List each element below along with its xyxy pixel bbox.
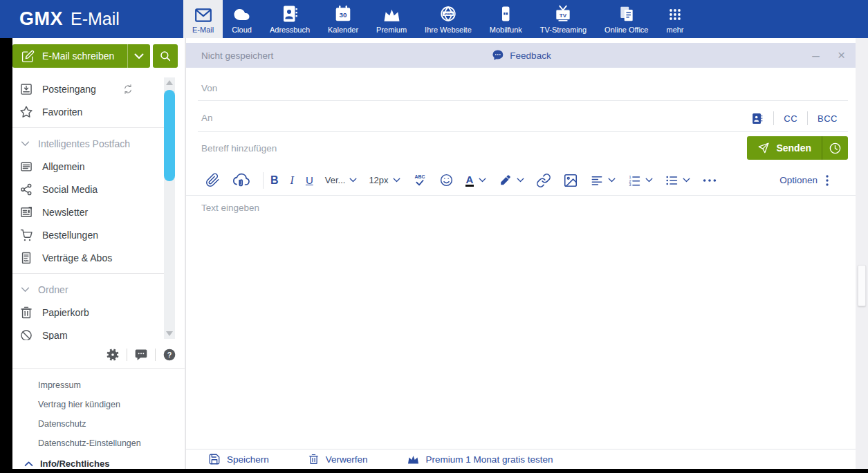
sidebar-item-allgemein[interactable]: Allgemein [12, 155, 185, 178]
tab-adressbuch[interactable]: Adressbuch [261, 0, 319, 38]
help-icon[interactable]: ? [163, 348, 176, 362]
trash-icon [308, 453, 320, 465]
sidebar-item-newsletter[interactable]: Newsletter [12, 201, 185, 223]
tab-tv-streaming[interactable]: TV TV-Streaming [531, 0, 595, 38]
font-color-button[interactable]: A [465, 174, 487, 187]
top-navigation-bar: GMX E-Mail E-Mail Cloud Adressbuch 30 Ka… [0, 0, 868, 38]
section-ordner[interactable]: Ordner [12, 278, 185, 301]
tab-online-office[interactable]: Online Office [595, 0, 657, 38]
spellcheck-icon[interactable]: ABC [412, 173, 427, 188]
feedback-button[interactable]: Feedback [491, 49, 551, 62]
message-body[interactable]: Text eingeben [201, 203, 259, 213]
contacts-icon [281, 4, 298, 23]
save-draft-button[interactable]: Speichern [208, 453, 269, 465]
chevron-down-icon [683, 178, 690, 183]
from-field[interactable]: Von [201, 78, 616, 99]
compose-footer: Speichern Verwerfen Premium 1 Monat grat… [186, 449, 856, 469]
tab-webseite[interactable]: .com Ihre Webseite [416, 0, 481, 38]
brand-product: E-Mail [71, 9, 120, 29]
bullet-list-button[interactable] [665, 174, 690, 187]
insert-image-icon[interactable] [563, 173, 578, 188]
ordered-list-button[interactable]: 123 [627, 174, 653, 187]
bcc-button[interactable]: BCC [818, 113, 838, 124]
chevron-down-icon [517, 178, 524, 183]
font-size-select[interactable]: 12px [369, 175, 400, 185]
send-button[interactable]: Senden [747, 136, 822, 160]
to-field[interactable]: An [201, 106, 616, 131]
cc-button[interactable]: CC [784, 113, 797, 124]
options-button[interactable]: Optionen [779, 175, 829, 186]
subject-field[interactable]: Betreff hinzufügen [201, 136, 616, 161]
attachment-paperclip-icon[interactable] [205, 173, 220, 187]
divider [198, 100, 848, 101]
feedback-bubble-icon [491, 49, 504, 62]
save-icon [208, 453, 221, 465]
minimize-icon[interactable]: – [812, 43, 820, 68]
tab-premium[interactable]: Premium [367, 0, 416, 38]
sidebar-item-social-media[interactable]: Social Media [12, 178, 185, 201]
link-vertrag-kuendigen[interactable]: Vertrag hier kündigen [12, 395, 185, 414]
scroll-up-arrow[interactable] [166, 80, 173, 85]
underline-button[interactable]: U [306, 174, 313, 186]
send-icon [757, 142, 770, 154]
divider [12, 368, 185, 369]
sidebar-item-bestellungen[interactable]: Bestellungen [12, 223, 185, 246]
crown-icon [407, 454, 420, 465]
align-button[interactable] [590, 174, 616, 187]
bold-button[interactable]: B [270, 174, 279, 187]
svg-text:30: 30 [340, 11, 347, 19]
sidebar-item-vertraege-abos[interactable]: Verträge & Abos [12, 246, 185, 269]
compose-icon [21, 50, 35, 63]
scrollbar-thumb[interactable] [858, 265, 866, 306]
tab-email[interactable]: E-Mail [183, 0, 223, 38]
scrollbar-thumb[interactable] [164, 90, 175, 181]
sidebar-item-papierkorb[interactable]: Papierkorb [12, 301, 185, 324]
chevron-down-icon [21, 141, 30, 147]
website-globe-icon: .com [439, 4, 457, 23]
document-lines-icon [19, 160, 33, 174]
tab-kalender[interactable]: 30 Kalender [319, 0, 367, 38]
gmx-logo[interactable]: GMX E-Mail [19, 0, 120, 38]
refresh-icon[interactable] [122, 84, 133, 95]
chevron-down-icon [608, 178, 616, 183]
tab-mehr[interactable]: mehr [657, 0, 692, 38]
cloud-attachment-icon[interactable] [232, 173, 250, 188]
info-rechtliches-toggle[interactable]: Info/Rechtliches [12, 458, 185, 469]
sidebar-item-posteingang[interactable]: Posteingang [12, 77, 185, 100]
highlighter-button[interactable] [498, 174, 524, 187]
scroll-down-arrow[interactable] [166, 331, 173, 336]
link-datenschutz[interactable]: Datenschutz [12, 414, 185, 434]
discard-button[interactable]: Verwerfen [308, 453, 368, 465]
more-formatting-icon[interactable] [702, 178, 717, 183]
compose-header: Nicht gespeichert Feedback – × [186, 43, 856, 68]
addressbook-icon[interactable] [750, 112, 764, 125]
compose-email-button[interactable]: E-Mail schreiben [12, 44, 127, 68]
sidebar-scrollbar[interactable] [164, 77, 175, 339]
link-icon[interactable] [536, 173, 551, 188]
chevron-down-icon [134, 53, 144, 59]
sidebar-item-favoriten[interactable]: Favoriten [12, 100, 185, 123]
section-intelligentes-postfach[interactable]: Intelligentes Postfach [12, 132, 185, 155]
feedback-bubble-icon[interactable] [134, 348, 148, 362]
tab-mobilfunk[interactable]: Mobilfunk [481, 0, 531, 38]
tab-cloud[interactable]: Cloud [223, 0, 261, 38]
cloud-icon [232, 4, 251, 23]
divider [807, 111, 808, 125]
divider [12, 273, 164, 274]
compose-dropdown-button[interactable] [127, 44, 150, 68]
italic-button[interactable]: I [290, 174, 294, 187]
office-documents-icon [618, 4, 636, 23]
search-button[interactable] [153, 44, 178, 68]
sidebar-item-spam[interactable]: Spam [12, 324, 185, 340]
link-impressum[interactable]: Impressum [12, 375, 185, 395]
close-icon[interactable]: × [838, 43, 845, 68]
main-scrollbar[interactable] [856, 38, 868, 469]
premium-trial-button[interactable]: Premium 1 Monat gratis testen [407, 454, 553, 465]
emoji-icon[interactable] [439, 173, 454, 187]
schedule-send-button[interactable] [822, 136, 848, 160]
link-datenschutz-einstellungen[interactable]: Datenschutz-Einstellungen [12, 434, 185, 453]
spam-blocked-icon [19, 328, 33, 341]
font-family-select[interactable]: Ver... [325, 175, 358, 185]
chevron-down-icon [645, 178, 653, 183]
settings-gear-icon[interactable] [106, 348, 120, 362]
